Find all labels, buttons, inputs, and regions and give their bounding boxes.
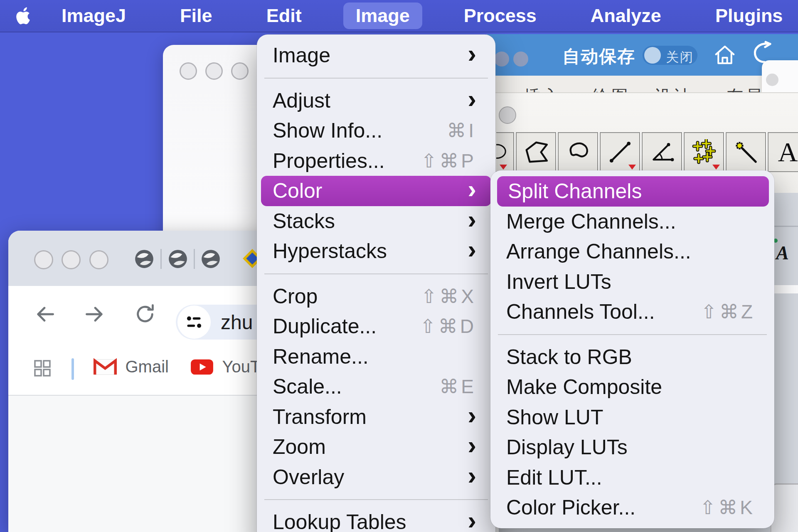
color-submenu-item-merge-channels[interactable]: Merge Channels...	[490, 207, 774, 237]
image-menu-item-crop[interactable]: Crop⇧⌘X	[257, 281, 495, 312]
office-traffic-light[interactable]	[513, 52, 528, 66]
traffic-light-minimize[interactable]	[205, 62, 223, 80]
office-traffic-light[interactable]	[494, 52, 509, 66]
image-menu: Image›Adjust›Show Info...⌘IProperties...…	[257, 34, 495, 532]
toggle-knob	[644, 47, 661, 64]
image-menu-item-adjust[interactable]: Adjust›	[257, 86, 495, 116]
menu-item-shortcut: ⇧⌘D	[420, 315, 476, 337]
color-submenu-item-stack-to-rgb[interactable]: Stack to RGB	[490, 342, 774, 372]
apple-icon[interactable]	[13, 5, 34, 27]
menubar-item-edit[interactable]: Edit	[254, 2, 314, 29]
menu-item-label: Make Composite	[506, 375, 755, 399]
color-submenu-item-split-channels[interactable]: Split Channels	[497, 176, 769, 207]
image-menu-item-stacks[interactable]: Stacks›	[257, 206, 495, 236]
image-menu-separator	[257, 492, 495, 507]
menu-item-shortcut: ⇧⌘Z	[701, 300, 755, 323]
back-icon[interactable]	[34, 303, 56, 325]
menu-item-shortcut: ⌘E	[439, 375, 476, 398]
menu-item-label: Image	[273, 43, 459, 67]
menubar-item-plugins[interactable]: Plugins	[703, 2, 796, 29]
imagej-tool-angle[interactable]	[642, 132, 682, 172]
menu-item-label: Transform	[273, 405, 459, 429]
color-submenu-item-show-lut[interactable]: Show LUT	[490, 402, 774, 433]
menu-item-label: Arrange Channels...	[506, 239, 755, 264]
color-submenu-item-make-composite[interactable]: Make Composite	[490, 372, 774, 402]
home-icon[interactable]	[714, 43, 736, 66]
tool-dropdown-marker	[628, 165, 636, 170]
menu-item-label: Color Picker...	[506, 495, 692, 520]
autosave-toggle[interactable]: 关闭	[643, 46, 697, 65]
menu-item-label: Hyperstacks	[273, 239, 459, 263]
traffic-light-close[interactable]	[34, 250, 53, 269]
url-text[interactable]: zhu	[221, 311, 253, 334]
menu-item-shortcut: ⌘I	[447, 119, 476, 142]
apps-grid-icon[interactable]	[32, 358, 52, 378]
reload-icon[interactable]	[134, 303, 156, 325]
menu-item-label: Edit LUT...	[506, 466, 755, 490]
imagej-tool-oval[interactable]	[496, 132, 514, 172]
small-window-corner	[762, 60, 798, 94]
image-menu-item-duplicate[interactable]: Duplicate...⇧⌘D	[257, 311, 495, 342]
panel-band	[773, 285, 798, 293]
format-letter: A	[776, 242, 789, 264]
menubar-item-imagej[interactable]: ImageJ	[49, 2, 138, 29]
divider	[194, 249, 195, 269]
tune-icon[interactable]	[177, 305, 211, 339]
menu-item-label: Show Info...	[273, 118, 438, 143]
menubar-item-process[interactable]: Process	[451, 2, 549, 29]
menu-item-label: Overlay	[273, 465, 459, 489]
image-menu-item-show-info[interactable]: Show Info...⌘I	[257, 116, 495, 146]
globe-tab-icon[interactable]	[200, 249, 221, 269]
menubar: ImageJFileEditImageProcessAnalyzePlugins…	[0, 0, 798, 32]
image-menu-item-image[interactable]: Image›	[257, 40, 495, 71]
globe-tab-icon[interactable]	[167, 249, 188, 269]
traffic-light-minimize[interactable]	[62, 250, 81, 269]
color-submenu-item-invert-luts[interactable]: Invert LUTs	[490, 267, 774, 297]
window-dot	[766, 74, 778, 86]
menu-item-label: Stack to RGB	[506, 345, 755, 369]
color-submenu-item-color-picker[interactable]: Color Picker...⇧⌘K	[490, 493, 774, 523]
image-menu-item-zoom[interactable]: Zoom›	[257, 432, 495, 462]
image-menu-item-color[interactable]: Color›	[261, 176, 491, 206]
imagej-tool-line[interactable]	[600, 132, 640, 172]
menu-item-label: Properties...	[273, 149, 413, 173]
bookmark-gmail[interactable]: Gmail	[94, 357, 169, 376]
image-menu-item-hyperstacks[interactable]: Hyperstacks›	[257, 236, 495, 266]
divider	[773, 226, 798, 227]
color-submenu-item-display-luts[interactable]: Display LUTs	[490, 432, 774, 463]
image-menu-item-properties[interactable]: Properties...⇧⌘P	[257, 146, 495, 176]
imagej-tool-polygon[interactable]	[516, 132, 556, 172]
menu-item-label: Stacks	[273, 209, 459, 233]
image-menu-separator	[257, 71, 495, 86]
divider	[160, 249, 162, 269]
traffic-light-close[interactable]	[180, 62, 197, 80]
image-menu-item-scale[interactable]: Scale...⌘E	[257, 372, 495, 402]
forward-icon[interactable]	[84, 303, 106, 325]
image-menu-item-rename[interactable]: Rename...	[257, 342, 495, 372]
imagej-tool-row: A	[495, 132, 798, 172]
imagej-traffic-light[interactable]	[499, 106, 516, 124]
menu-item-label: Rename...	[273, 345, 476, 369]
menubar-item-analyze[interactable]: Analyze	[578, 2, 674, 29]
imagej-tool-text[interactable]: A	[768, 132, 798, 172]
image-menu-item-lookup-tables[interactable]: Lookup Tables›	[257, 507, 495, 532]
traffic-light-zoom[interactable]	[231, 62, 249, 80]
traffic-light-zoom[interactable]	[89, 250, 108, 269]
menu-item-shortcut: ⇧⌘X	[421, 285, 476, 308]
color-submenu-item-edit-lut[interactable]: Edit LUT...	[490, 463, 774, 493]
menu-item-label: Crop	[273, 284, 413, 308]
text-caret	[71, 358, 74, 380]
globe-tab-icon[interactable]	[134, 249, 155, 269]
imagej-tool-wand[interactable]	[726, 132, 766, 172]
image-menu-item-overlay[interactable]: Overlay›	[257, 462, 495, 493]
color-submenu-item-arrange-channels[interactable]: Arrange Channels...	[490, 236, 774, 267]
menu-item-label: Scale...	[273, 374, 431, 399]
menubar-item-file[interactable]: File	[167, 2, 225, 29]
youtube-icon	[190, 358, 214, 376]
color-submenu-item-channels-tool[interactable]: Channels Tool...⇧⌘Z	[490, 297, 774, 327]
imagej-tool-freehand[interactable]	[558, 132, 598, 172]
image-menu-item-transform[interactable]: Transform›	[257, 402, 495, 432]
menubar-item-image[interactable]: Image	[343, 2, 422, 29]
menu-item-label: Show LUT	[506, 405, 755, 429]
imagej-tool-multipoint[interactable]	[684, 132, 724, 172]
